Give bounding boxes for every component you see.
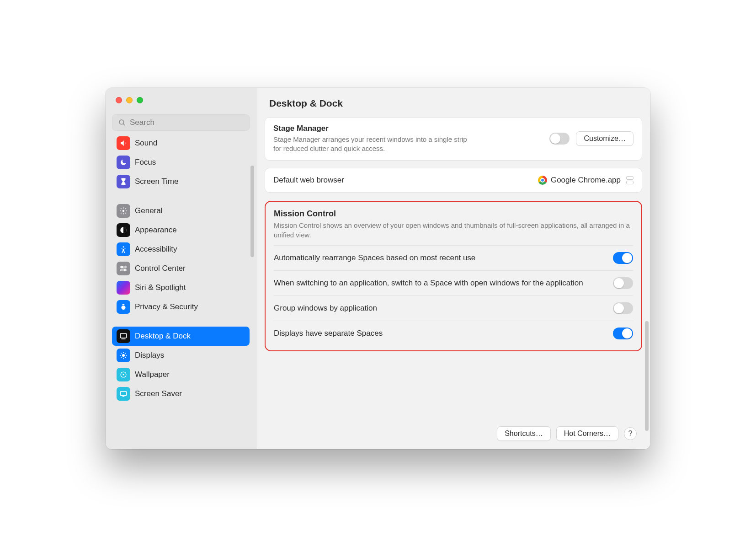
mc-row-group-windows: Group windows by application xyxy=(274,295,633,321)
sidebar-item-desktop-dock[interactable]: Desktop & Dock xyxy=(112,327,250,346)
mission-control-title: Mission Control xyxy=(274,209,633,219)
sidebar-item-label: Screen Time xyxy=(135,177,178,186)
stage-manager-toggle[interactable] xyxy=(549,133,570,145)
hot-corners-button[interactable]: Hot Corners… xyxy=(556,426,618,441)
svg-line-17 xyxy=(121,353,122,354)
svg-rect-23 xyxy=(120,392,127,396)
main-content: Desktop & Dock Stage Manager Stage Manag… xyxy=(256,88,650,449)
sidebar-item-accessibility[interactable]: Accessibility xyxy=(112,240,250,259)
mc-toggle-group-windows[interactable] xyxy=(613,302,633,314)
search-input[interactable] xyxy=(130,118,244,127)
svg-point-4 xyxy=(123,246,124,247)
sidebar-item-screen-time[interactable]: Screen Time xyxy=(112,172,250,191)
sidebar-item-label: Accessibility xyxy=(135,245,177,254)
screen-saver-icon xyxy=(117,387,130,401)
sidebar: Sound Focus Screen Time General App xyxy=(106,88,256,449)
help-button[interactable]: ? xyxy=(624,427,637,440)
default-browser-value: Google Chrome.app xyxy=(551,176,621,185)
default-browser-select[interactable]: Google Chrome.app xyxy=(538,176,634,185)
stage-manager-section: Stage Manager Stage Manager arranges you… xyxy=(265,117,642,161)
mc-row-label: Displays have separate Spaces xyxy=(274,328,605,339)
zoom-window-button[interactable] xyxy=(137,97,143,103)
siri-icon xyxy=(117,281,130,295)
sidebar-item-wallpaper[interactable]: Wallpaper xyxy=(112,365,250,384)
sidebar-item-label: General xyxy=(135,206,162,215)
stage-manager-title: Stage Manager xyxy=(273,124,543,133)
sidebar-item-label: Sound xyxy=(135,139,157,148)
stage-manager-description: Stage Manager arranges your recent windo… xyxy=(273,135,474,154)
mc-row-label: Group windows by application xyxy=(274,303,605,314)
mc-row-switch-space: When switching to an application, switch… xyxy=(274,270,633,295)
sidebar-item-label: Focus xyxy=(135,158,156,167)
mission-control-section: Mission Control Mission Control shows an… xyxy=(265,201,642,351)
minimize-window-button[interactable] xyxy=(126,97,133,103)
sidebar-item-label: Siri & Spotlight xyxy=(135,283,186,292)
sidebar-scrollbar[interactable] xyxy=(250,166,254,257)
sidebar-list: Sound Focus Screen Time General App xyxy=(112,136,250,403)
sidebar-item-sound[interactable]: Sound xyxy=(112,136,250,153)
sidebar-item-label: Control Center xyxy=(135,264,186,273)
displays-icon xyxy=(117,349,130,362)
sidebar-item-displays[interactable]: Displays xyxy=(112,346,250,365)
sidebar-item-control-center[interactable]: Control Center xyxy=(112,259,250,278)
control-center-icon xyxy=(117,262,130,275)
svg-point-8 xyxy=(124,269,125,270)
svg-rect-10 xyxy=(120,333,127,338)
svg-point-7 xyxy=(122,267,122,268)
sidebar-item-screen-saver[interactable]: Screen Saver xyxy=(112,384,250,403)
stepper-icon xyxy=(626,176,634,184)
desktop-dock-icon xyxy=(117,329,130,343)
sidebar-item-label: Appearance xyxy=(135,226,177,235)
sidebar-item-focus[interactable]: Focus xyxy=(112,153,250,172)
stage-manager-customize-button[interactable]: Customize… xyxy=(576,131,634,146)
close-window-button[interactable] xyxy=(116,97,122,103)
sidebar-item-general[interactable]: General xyxy=(112,201,250,220)
general-icon xyxy=(117,204,130,218)
page-title: Desktop & Dock xyxy=(269,98,638,109)
mission-control-description: Mission Control shows an overview of you… xyxy=(274,220,633,240)
sidebar-item-label: Screen Saver xyxy=(135,389,182,398)
svg-line-1 xyxy=(123,124,125,125)
privacy-icon xyxy=(117,300,130,314)
appearance-icon xyxy=(117,223,130,237)
svg-line-20 xyxy=(125,353,126,354)
mc-toggle-separate-spaces[interactable] xyxy=(613,328,633,339)
mc-row-auto-rearrange: Automatically rearrange Spaces based on … xyxy=(274,245,633,270)
sidebar-item-label: Wallpaper xyxy=(135,370,170,379)
sidebar-item-label: Privacy & Security xyxy=(135,302,198,311)
svg-point-9 xyxy=(122,306,126,310)
default-browser-label: Default web browser xyxy=(273,176,538,185)
wallpaper-icon xyxy=(117,368,130,381)
window-controls xyxy=(106,97,256,114)
svg-point-12 xyxy=(122,354,125,357)
mc-row-label: When switching to an application, switch… xyxy=(274,278,605,289)
search-field[interactable] xyxy=(112,114,250,131)
svg-point-2 xyxy=(122,210,125,212)
main-scrollbar[interactable] xyxy=(645,321,649,431)
sidebar-item-label: Desktop & Dock xyxy=(135,332,191,341)
default-browser-row: Default web browser Google Chrome.app xyxy=(265,168,642,193)
svg-point-0 xyxy=(119,120,124,124)
accessibility-icon xyxy=(117,242,130,256)
mc-toggle-auto-rearrange[interactable] xyxy=(613,252,633,264)
mc-row-label: Automatically rearrange Spaces based on … xyxy=(274,252,605,263)
sidebar-item-appearance[interactable]: Appearance xyxy=(112,220,250,240)
sidebar-item-siri-spotlight[interactable]: Siri & Spotlight xyxy=(112,278,250,297)
svg-line-19 xyxy=(121,357,122,358)
footer-actions: Shortcuts… Hot Corners… ? xyxy=(497,426,637,441)
search-icon xyxy=(118,118,126,127)
svg-line-18 xyxy=(125,357,126,358)
sidebar-item-privacy-security[interactable]: Privacy & Security xyxy=(112,297,250,317)
screen-time-icon xyxy=(117,175,130,188)
svg-point-22 xyxy=(123,374,124,376)
sound-icon xyxy=(117,136,130,150)
mc-row-separate-spaces: Displays have separate Spaces xyxy=(274,321,633,346)
mc-toggle-switch-space[interactable] xyxy=(613,277,633,289)
shortcuts-button[interactable]: Shortcuts… xyxy=(497,426,551,441)
sidebar-item-label: Displays xyxy=(135,351,164,360)
chrome-icon xyxy=(538,176,547,185)
system-settings-window: Sound Focus Screen Time General App xyxy=(106,88,650,449)
focus-icon xyxy=(117,156,130,169)
